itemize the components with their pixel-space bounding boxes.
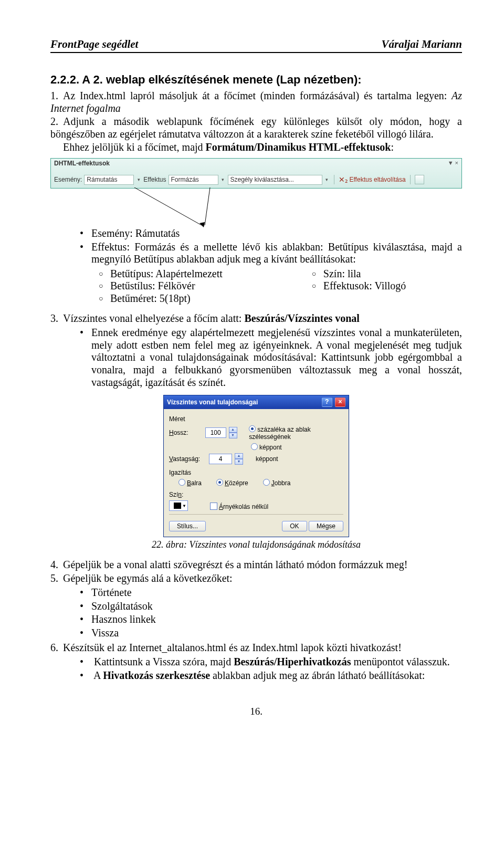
toolbar-effektus-dd-icon[interactable]: ▾ [220,177,226,182]
vastagsag-spinner[interactable]: ▲▼ [235,453,243,465]
hossz-label: HHossz:ossz: [169,429,202,436]
list-item: Betűstílus: Félkövér [99,280,223,292]
sub-settings: Betűtípus: Alapértelmezett Betűstílus: F… [99,268,462,305]
toolbar-remove-label: Effektus eltávolítása [350,176,406,183]
radio-jobbra-label: Jobbra [271,479,291,487]
vastagsag-input[interactable]: 4 [209,454,232,464]
radio-jobbra[interactable] [263,479,270,486]
list-item: Vissza [80,627,462,640]
step-5-num: 5. [50,572,63,585]
stilus-button[interactable]: Stílus... [169,521,206,531]
step-6-list: Kattintsunk a Vissza szóra, majd Beszúrá… [80,656,462,682]
step-2-p2-tail: : [391,141,394,153]
toolbar-explain-list: Esemény: Rámutatás Effektus: Formázás és… [80,227,462,266]
step-5-list: Története Szolgáltatások Hasznos linkek … [80,587,462,639]
remove-x-icon: ✕₂ [339,175,348,184]
svg-line-1 [205,187,210,225]
section-heading: 2.2.2. A 2. weblap elkészítésének menete… [50,73,462,87]
radio-balra[interactable] [178,479,185,486]
toolbar-effektus-label: Effektus [143,176,166,183]
radio-kozepre-label: Középre [225,479,248,487]
dhtml-toolbar: DHTML-effektusok ▼ × Esemény: Rámutatás … [50,158,462,189]
toolbar-szegely-field[interactable]: Szegély kiválasztása... [228,175,322,185]
list-item: Effektusok: Villogó [312,280,406,292]
step-6-text: Készítsük el az Internet_altalanos.html … [63,642,402,653]
toolbar-effektus-field[interactable]: Formázás [169,175,218,185]
step-5-text: Gépeljük be egymás alá a következőket: [63,572,233,584]
list-item: Kattintsunk a Vissza szóra, majd Beszúrá… [80,656,462,668]
step-3: 3.Vízszintes vonal elhelyezése a főcím a… [50,312,462,325]
toolbar-esemeny-field[interactable]: Rámutatás [84,175,134,185]
svg-line-0 [134,187,202,225]
list-item: Effektus: Formázás és a mellette lévő ki… [80,241,462,266]
toolbar-arrows [50,189,462,225]
step-2-p1: Adjunk a második weblapunk főcímének egy… [50,116,462,140]
step-2: 2.Adjunk a második weblapunk főcímének e… [50,116,462,140]
list-item: Szín: lila [312,268,406,280]
radio-balra-label: Balra [187,479,202,487]
checkbox-arnyekolas-label: Árnyékolás nélkül [219,503,268,510]
step-5: 5.Gépeljük be egymás alá a következőket: [50,572,462,585]
step-1: 1.Az Index.html lapról másoljuk át a főc… [50,90,462,114]
cancel-button[interactable]: Mégse [309,521,343,531]
step6-b1-b: Beszúrás/Hiperhivatkozás [234,656,351,667]
toolbar-title: DHTML-effektusok [54,160,110,167]
radio-kozepre[interactable] [216,479,223,486]
step-4: 4.Gépeljük be a vonal alatti szövegrészt… [50,559,462,571]
radio-keppont-label: képpont [259,444,282,451]
list-item: Betűtípus: Alapértelmezett [99,268,223,280]
step-3-bullets: Ennek eredménye egy alapértelmezett megj… [80,327,462,389]
dialog-help-icon[interactable]: ? [322,398,332,407]
page-number: 16. [50,706,462,717]
group-meret: Méret [169,415,343,423]
vastagsag-label: Vastagság: [169,455,206,463]
list-item: Betűméret: 5(18pt) [99,292,223,305]
list-item: Története [80,587,462,599]
toolbar-separator-2 [410,175,411,184]
hr-properties-dialog: Vízszintes vonal tulajdonságai ? × Méret… [163,395,349,537]
step6-b1-a: Kattintsunk a Vissza szóra, majd [94,656,234,667]
toolbar-esemeny-label: Esemény: [54,176,82,183]
vastagsag-unit: képpont [256,455,278,463]
step6-b1-c: menüpontot válasszuk. [351,656,450,667]
list-item: Ennek eredménye egy alapértelmezett megj… [80,327,462,389]
dhtml-toolbar-figure: DHTML-effektusok ▼ × Esemény: Rámutatás … [50,158,462,225]
step-3-num: 3. [50,312,63,325]
step-1-num: 1. [50,90,63,102]
header-left: FrontPage segédlet [50,38,138,51]
dialog-figure: Vízszintes vonal tulajdonságai ? × Méret… [50,395,462,537]
toolbar-separator [334,175,334,184]
group-igazitas: Igazítás [169,469,343,476]
step-2-p2-bold: Formátum/Dinamikus HTML-effektusok [206,141,391,153]
step6-b2-a: A [93,670,103,681]
dialog-titlebar: Vízszintes vonal tulajdonságai ? × [164,395,349,409]
toolbar-szegely-dd-icon[interactable]: ▾ [324,177,330,182]
list-item: Szolgáltatások [80,600,462,613]
hossz-spinner[interactable]: ▲▼ [229,427,237,438]
toolbar-esemeny-dd-icon[interactable]: ▾ [136,177,141,182]
toolbar-highlight-icon[interactable] [415,175,424,184]
toolbar-close-icon[interactable]: ▼ × [448,160,458,166]
step-2-p2: Ehhez jelöljük ki a főcímet, majd Formát… [63,141,462,154]
dialog-close-icon[interactable]: × [335,398,345,407]
toolbar-remove-button[interactable]: ✕₂ Effektus eltávolítása [339,175,406,184]
step-4-num: 4. [50,559,63,571]
checkbox-arnyekolas[interactable] [210,503,217,510]
hossz-input[interactable]: 100 [205,427,226,438]
step-3-bold: Beszúrás/Vízszintes vonal [244,312,359,324]
ok-button[interactable]: OK [282,521,307,531]
step6-b2-b: Hivatkozás szerkesztése [103,670,210,681]
color-swatch[interactable]: ▼ [169,500,188,511]
dialog-separator [169,514,343,515]
radio-szazalek[interactable] [249,425,256,432]
step-6: 6.Készítsük el az Internet_altalanos.htm… [50,642,462,654]
dialog-title: Vízszintes vonal tulajdonságai [167,399,258,406]
step-2-p2-lead: Ehhez jelöljük ki a főcímet, majd [63,141,206,153]
group-szin: Szín: [169,491,343,498]
page-header: FrontPage segédlet Váraljai Mariann [50,38,462,53]
step-6-num: 6. [50,642,63,654]
radio-keppont[interactable] [251,443,258,450]
step-2-num: 2. [50,116,63,128]
step6-b2-c: ablakban adjuk meg az ábrán látható beál… [210,670,425,681]
step-4-text: Gépeljük be a vonal alatti szövegrészt é… [63,559,407,570]
